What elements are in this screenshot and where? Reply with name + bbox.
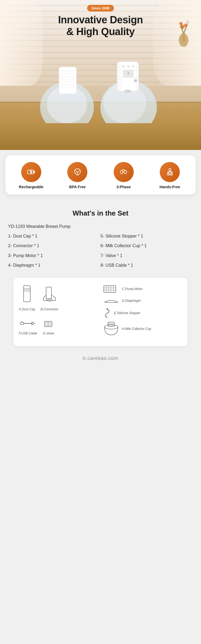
set-item-2: 2- Connector * 1: [8, 243, 100, 249]
diagram-grid: A.Dust Cap B.Connector: [19, 284, 182, 340]
diagram-right-col: C.Pump Motor D.Diaphragm: [103, 284, 182, 340]
features-card: Rechargeable BPA Free: [5, 155, 196, 194]
diagram-card: A.Dust Cap B.Connector: [13, 278, 188, 346]
watermark: tr.carebao.com: [0, 352, 201, 365]
silicone-stopper-item: E.Silicone Stopper: [103, 308, 182, 318]
set-item-1: 1- Dust Cap * 1: [8, 233, 100, 239]
set-product-name: YD-1193 Wearable Breast Pump: [8, 224, 70, 229]
bpa-free-label: BPA Free: [69, 185, 85, 189]
silicone-stopper-label: E.Silicone Stopper: [114, 311, 140, 315]
bpa-free-icon-circle: [67, 162, 87, 182]
svg-rect-36: [34, 171, 35, 173]
pump-motor-item: C.Pump Motor: [103, 284, 182, 294]
svg-point-30: [127, 65, 130, 68]
feature-3phase: 3-Phase: [103, 162, 144, 189]
svg-rect-45: [46, 287, 51, 299]
rechargeable-label: Rechargeable: [19, 185, 43, 189]
hero-title: Innovative Design & High Quality: [58, 14, 143, 37]
milk-collector-item: H.Milk Collector Cup: [103, 322, 182, 336]
set-items-grid: 1- Dust Cap * 1 2- Connector * 1 3- Pump…: [8, 233, 193, 272]
svg-point-38: [169, 168, 171, 171]
rechargeable-icon-circle: [21, 162, 41, 182]
diaphragm-diagram: [103, 297, 119, 304]
svg-text:M: M: [135, 80, 137, 82]
3phase-label: 3-Phase: [116, 185, 131, 189]
pump-hands-free-icon: [164, 167, 176, 178]
set-section: What's in the Set YD-1193 Wearable Breas…: [0, 201, 201, 352]
svg-rect-54: [104, 286, 116, 292]
set-item-8: 8- USB Cable * 1: [100, 262, 193, 268]
product-image: 8 M: [34, 48, 168, 123]
hero-content: Since 2008 Innovative Design & High Qual…: [58, 0, 143, 37]
feature-bpa-free: BPA Free: [57, 162, 98, 189]
diaphragm-item: D.Diaphragm: [103, 297, 182, 304]
vase-decoration: [176, 16, 192, 48]
svg-rect-41: [24, 286, 30, 302]
usb-cable-diagram: [20, 319, 36, 330]
set-items-left: 1- Dust Cap * 1 2- Connector * 1 3- Pump…: [8, 233, 100, 272]
feature-rechargeable: Rechargeable: [11, 162, 51, 189]
diaphragm-label: D.Diaphragm: [122, 299, 141, 303]
milk-collector-label: H.Milk Collector Cup: [122, 327, 151, 331]
silicone-stopper-diagram: [103, 308, 111, 318]
set-item-5: 5- Silicone Stopper * 1: [100, 233, 193, 239]
svg-text:8: 8: [128, 72, 129, 75]
diagram-left-col: A.Dust Cap B.Connector: [19, 284, 98, 340]
set-item-6: 6- Milk Collector Cup * 1: [100, 243, 193, 249]
milk-collector-diagram: [103, 322, 119, 336]
dust-cap-label: A.Dust Cap: [19, 307, 35, 311]
set-item-3: 3- Pump Motor * 1: [8, 253, 100, 259]
svg-point-3: [184, 24, 188, 27]
set-title: What's in the Set: [8, 209, 193, 217]
hands-free-label: Hands-Free: [159, 185, 180, 189]
svg-point-4: [179, 22, 183, 25]
set-item-7: 7- Valve * 1: [100, 253, 193, 259]
pump-motor-diagram: [103, 284, 119, 294]
usb-cable-label: F.USB Cable: [19, 332, 37, 335]
3phase-icon-circle: [114, 162, 134, 182]
connector-diagram: [42, 284, 57, 306]
hero-section: Since 2008 Innovative Design & High Qual…: [0, 0, 201, 150]
svg-point-29: [122, 65, 125, 68]
valve-label: G.Valve: [43, 332, 54, 335]
since-badge: Since 2008: [87, 5, 114, 12]
watermark-text: tr.carebao.com: [83, 356, 118, 361]
svg-point-62: [107, 308, 108, 310]
svg-rect-52: [46, 322, 51, 326]
hands-free-icon-circle: [160, 162, 180, 182]
svg-point-63: [105, 325, 118, 329]
set-items-right: 5- Silicone Stopper * 1 6- Milk Collecto…: [100, 233, 193, 272]
drops-icon: [118, 167, 129, 178]
svg-rect-1: [182, 33, 185, 42]
battery-icon: [25, 167, 37, 178]
dust-cap-diagram: [21, 284, 33, 306]
connector-label: B.Connector: [40, 307, 58, 311]
svg-rect-47: [20, 322, 24, 325]
valve-diagram: [42, 319, 54, 330]
leaf-icon: [72, 167, 83, 178]
svg-point-31: [132, 65, 135, 68]
svg-rect-34: [125, 90, 131, 93]
svg-point-53: [47, 323, 49, 325]
pump-motor-label: C.Pump Motor: [122, 287, 143, 291]
feature-hands-free: Hands-Free: [150, 162, 190, 189]
set-item-4: 4- Diaphragm * 1: [8, 262, 100, 268]
svg-rect-64: [108, 322, 114, 326]
